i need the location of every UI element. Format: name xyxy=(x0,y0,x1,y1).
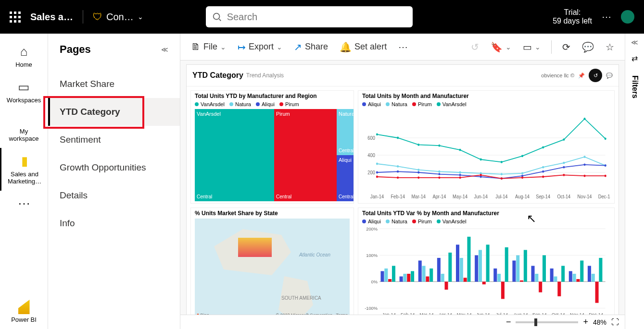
svg-rect-116 xyxy=(531,266,535,281)
nav-my-workspace[interactable]: My workspace xyxy=(0,110,48,148)
svg-rect-89 xyxy=(429,268,433,282)
filters-label[interactable]: Filters xyxy=(631,75,639,98)
app-launcher-icon[interactable] xyxy=(10,12,21,23)
visual-treemap[interactable]: Total Units YTD by Manufacturer and Regi… xyxy=(190,90,354,204)
bookmark-icon: 🔖 xyxy=(491,41,503,53)
svg-rect-98 xyxy=(464,278,467,281)
treemap-cell-aliqui[interactable]: AliquiCentral xyxy=(337,155,354,201)
svg-point-18 xyxy=(376,133,378,135)
svg-point-52 xyxy=(583,163,585,166)
treemap-cell-vanarsdel[interactable]: VanArsdelCentral xyxy=(195,109,274,201)
filters-toggle-icon[interactable]: ⇄ xyxy=(631,54,638,63)
legend-item: VanArsdel xyxy=(437,101,467,107)
pages-panel: Pages ≪ Market ShareYTD CategorySentimen… xyxy=(48,34,180,329)
fit-page-button[interactable]: ⛶ xyxy=(611,318,619,327)
svg-point-59 xyxy=(480,174,482,176)
svg-point-29 xyxy=(605,137,606,140)
svg-rect-112 xyxy=(516,255,519,281)
svg-rect-134 xyxy=(599,258,602,282)
svg-rect-86 xyxy=(418,260,422,281)
visual-title: Total Units by Month and Manufacturer xyxy=(362,93,610,99)
avatar[interactable] xyxy=(621,10,634,24)
treemap-cell-natura[interactable]: NaturaCentral xyxy=(337,109,354,155)
sensitivity-dropdown[interactable]: 🛡 Con… ⌄ xyxy=(93,12,143,23)
svg-point-25 xyxy=(521,155,523,157)
svg-text:Apr-14: Apr-14 xyxy=(433,194,446,199)
svg-text:Mar-14: Mar-14 xyxy=(412,194,426,199)
svg-rect-82 xyxy=(403,274,406,282)
legend-item: Natura xyxy=(386,101,407,107)
visual-bar-chart[interactable]: Total Units YTD Var % by Month and Manuf… xyxy=(358,207,615,321)
zoom-value: 48% xyxy=(593,318,606,326)
svg-rect-79 xyxy=(392,266,395,281)
page-item-sentiment[interactable]: Sentiment xyxy=(48,126,180,154)
page-item-details[interactable]: Details xyxy=(48,182,180,209)
svg-rect-129 xyxy=(580,260,583,281)
svg-point-26 xyxy=(542,146,544,148)
more-actions[interactable]: ⋯ xyxy=(393,38,413,56)
legend-item: Natura xyxy=(386,219,407,224)
refresh-button[interactable]: ⟳ xyxy=(557,38,575,56)
svg-rect-124 xyxy=(561,266,565,281)
report-icon: ▮ xyxy=(21,154,28,169)
report-canvas: YTD Category Trend Analysis obvience llc… xyxy=(180,61,625,329)
favorite-button[interactable]: ☆ xyxy=(601,38,619,56)
page-item-market-share[interactable]: Market Share xyxy=(48,70,180,98)
nav-more[interactable]: ⋯ xyxy=(0,191,48,219)
export-menu[interactable]: ↦ Export ⌄ xyxy=(233,38,287,56)
more-icon[interactable]: ⋯ xyxy=(602,11,611,23)
svg-rect-109 xyxy=(505,247,508,282)
page-item-info[interactable]: Info xyxy=(48,209,180,237)
chevron-down-icon: ⌄ xyxy=(277,43,282,51)
comment-button[interactable]: 💬 xyxy=(577,38,599,56)
collapse-panel-icon[interactable]: ≪ xyxy=(161,46,168,53)
legend: AliquiNaturaPirumVanArsdel xyxy=(362,101,610,107)
help-badge[interactable]: ↺ xyxy=(589,69,602,82)
nav-rail: ⌂ Home ▭ Workspaces My workspace ▮ Sales… xyxy=(0,34,48,329)
nav-powerbi[interactable]: Power BI xyxy=(0,294,48,329)
pin-icon[interactable]: 📌 xyxy=(578,73,585,79)
svg-point-51 xyxy=(563,166,565,169)
treemap-cell-pirum[interactable]: PirumCentral xyxy=(274,109,337,201)
app-title: Sales a… xyxy=(30,12,73,23)
svg-rect-83 xyxy=(407,274,410,282)
svg-rect-119 xyxy=(543,255,546,281)
svg-rect-118 xyxy=(539,282,542,292)
visual-line-chart[interactable]: Total Units by Month and Manufacturer Al… xyxy=(358,90,615,204)
nav-sales-marketing[interactable]: ▮ Sales and Marketing… xyxy=(0,148,48,191)
svg-point-64 xyxy=(583,175,585,177)
nav-home[interactable]: ⌂ Home xyxy=(0,38,48,74)
bookmark-dropdown[interactable]: 🔖⌄ xyxy=(486,38,516,56)
reset-button[interactable]: ↺ xyxy=(466,38,484,56)
visual-title: Total Units YTD by Manufacturer and Regi… xyxy=(195,93,350,99)
report-subtitle: Trend Analysis xyxy=(246,72,284,79)
report-area: 🗎 File ⌄ ↦ Export ⌄ ↗ Share 🔔 Set alert … xyxy=(180,34,625,329)
nav-workspaces[interactable]: ▭ Workspaces xyxy=(0,74,48,110)
ellipsis-icon: ⋯ xyxy=(398,41,408,53)
expand-filters-icon[interactable]: ≪ xyxy=(631,38,638,46)
svg-text:Jul-14: Jul-14 xyxy=(495,194,508,199)
zoom-out-button[interactable]: − xyxy=(506,317,511,327)
svg-rect-97 xyxy=(460,258,463,282)
page-item-growth-opportunities[interactable]: Growth Opportunities xyxy=(48,154,180,182)
legend-item: VanArsdel xyxy=(195,101,225,107)
svg-point-40 xyxy=(583,156,585,158)
file-menu[interactable]: 🗎 File ⌄ xyxy=(186,38,231,55)
chat-icon[interactable]: 💬 xyxy=(606,73,613,79)
page-item-ytd-category[interactable]: YTD Category xyxy=(48,98,180,126)
svg-point-43 xyxy=(397,171,399,173)
svg-point-45 xyxy=(438,173,440,175)
set-alert-button[interactable]: 🔔 Set alert xyxy=(335,38,391,56)
chevron-down-icon: ⌄ xyxy=(138,13,143,21)
search-input[interactable] xyxy=(206,6,413,27)
workspaces-icon: ▭ xyxy=(18,80,30,95)
visual-map[interactable]: % Units Market Share by State Atlantic O… xyxy=(190,207,354,321)
zoom-in-button[interactable]: + xyxy=(583,317,588,327)
visual-title: % Units Market Share by State xyxy=(195,210,350,217)
svg-text:-100%: -100% xyxy=(365,305,378,311)
share-button[interactable]: ↗ Share xyxy=(289,38,333,56)
svg-point-46 xyxy=(459,174,461,176)
svg-point-20 xyxy=(417,144,419,146)
zoom-slider[interactable] xyxy=(516,321,578,323)
view-dropdown[interactable]: ▭⌄ xyxy=(518,38,545,56)
